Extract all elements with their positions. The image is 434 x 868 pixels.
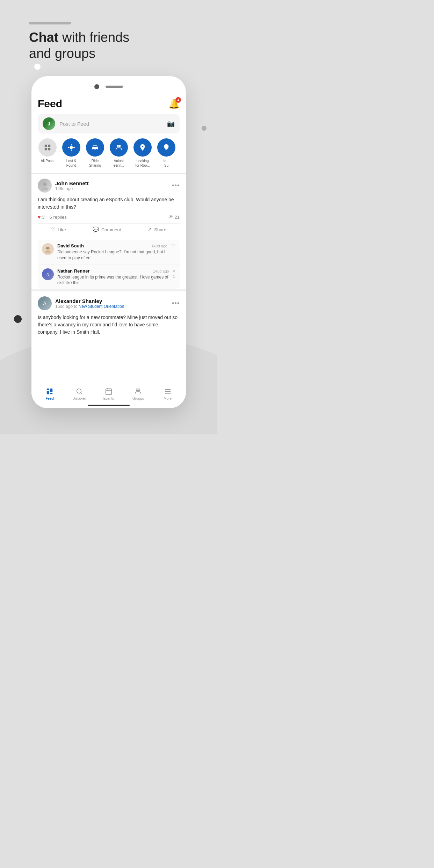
- svg-rect-22: [47, 391, 49, 394]
- comment-2: N Nathan Renner 143d ago Rocket league i…: [38, 265, 180, 290]
- like-button[interactable]: ♡ Like: [51, 226, 66, 233]
- bottom-navigation: Feed Discover Events Groups: [31, 383, 186, 408]
- roommate-label: Lookingfor Roo...: [135, 159, 150, 168]
- nathan-avatar: N: [42, 268, 54, 280]
- discover-nav-label: Discover: [72, 397, 86, 400]
- post-input-placeholder[interactable]: Post to Feed: [59, 121, 163, 127]
- lost-found-label: Lost &Found: [66, 159, 76, 168]
- nav-discover[interactable]: Discover: [71, 388, 88, 400]
- nav-events[interactable]: Events: [100, 388, 117, 400]
- post-1-likes: ♥ 3: [38, 214, 45, 220]
- category-ideas[interactable]: Id...Su: [157, 138, 176, 168]
- post-2-avatar: A: [38, 296, 52, 310]
- user-avatar: J: [43, 117, 55, 130]
- notification-badge: 4: [175, 97, 181, 103]
- comment-2-like-button[interactable]: ♥ 1: [173, 268, 175, 279]
- post-2-more-button[interactable]: •••: [172, 300, 180, 307]
- comment-icon: 💬: [93, 226, 99, 233]
- comment-1-text: Did someone say Rocket League?! I'm not …: [57, 249, 167, 261]
- comment-2-text: Rocket league in its prime was the great…: [57, 274, 169, 286]
- david-avatar-image: [42, 243, 54, 255]
- svg-rect-2: [45, 148, 47, 150]
- nav-feed[interactable]: Feed: [41, 388, 58, 400]
- feed-nav-icon: [46, 388, 53, 395]
- all-posts-icon: [38, 138, 57, 157]
- post-2-meta: Alexander Shanley 160d ago to New Studen…: [55, 298, 168, 309]
- like-icon: ♡: [51, 226, 56, 233]
- groups-nav-icon: [134, 388, 142, 395]
- decorative-bar: [29, 22, 71, 24]
- comment-1: David South 149d ago Did someone say Roc…: [38, 240, 180, 265]
- replies-text: 6 replies: [50, 215, 67, 220]
- post-1-stats: ♥ 3 6 replies 👁 21: [38, 214, 180, 220]
- comment-button[interactable]: 💬 Comment: [93, 226, 121, 233]
- main-heading: Chat with friends and groups: [29, 30, 129, 62]
- nav-groups[interactable]: Groups: [129, 388, 147, 400]
- david-avatar: [42, 243, 54, 255]
- svg-rect-20: [47, 389, 49, 390]
- groups-nav-label: Groups: [132, 397, 144, 400]
- ride-sharing-icon: [86, 138, 104, 157]
- comment-1-heart-icon: ♡: [171, 243, 175, 249]
- comment-2-header: Nathan Renner 143d ago: [57, 268, 169, 274]
- post-2-group-tag[interactable]: New Student Orientation: [79, 304, 124, 309]
- svg-point-12: [41, 187, 48, 190]
- svg-rect-5: [92, 147, 98, 149]
- share-button[interactable]: ↗ Share: [147, 226, 166, 233]
- post-1-more-button[interactable]: •••: [172, 182, 180, 189]
- nav-more[interactable]: More: [159, 388, 176, 400]
- post-to-feed-bar[interactable]: J Post to Feed 📷: [38, 114, 180, 133]
- svg-point-9: [119, 145, 121, 147]
- svg-rect-3: [48, 148, 50, 150]
- comment-2-heart-icon: ♥: [173, 268, 175, 274]
- feed-header: Feed 🔔 4: [38, 93, 180, 114]
- comment-2-body: Nathan Renner 143d ago Rocket league in …: [57, 268, 169, 286]
- home-indicator: [88, 405, 130, 406]
- ideas-icon: [157, 138, 175, 157]
- svg-rect-10: [165, 150, 167, 150]
- category-ride-sharing[interactable]: RideSharing: [85, 138, 105, 168]
- app-content: Feed 🔔 4 J Post to Feed 📷: [31, 93, 186, 408]
- heading-bold: Chat: [29, 30, 58, 45]
- camera-icon[interactable]: 📷: [167, 120, 175, 128]
- post-2-body: Is anybody looking for a new roommate? M…: [38, 314, 180, 336]
- decorative-dot-2: [202, 126, 207, 131]
- category-roommate[interactable]: Lookingfor Roo...: [133, 138, 152, 168]
- svg-point-31: [138, 389, 140, 391]
- volunteering-icon: [110, 138, 128, 157]
- post-1-header: John Bennett 149d ago •••: [38, 179, 180, 193]
- category-lost-found[interactable]: Lost &Found: [62, 138, 81, 168]
- avatar-image: J: [43, 117, 55, 130]
- svg-line-25: [81, 393, 82, 394]
- more-nav-label: More: [164, 397, 172, 400]
- svg-rect-21: [50, 389, 52, 392]
- alex-avatar-image: A: [38, 296, 52, 310]
- phone-mockup: Feed 🔔 4 J Post to Feed 📷: [31, 76, 186, 408]
- post-1-body: I am thinking about creating an eSports …: [38, 196, 180, 211]
- share-label: Share: [154, 227, 166, 232]
- post-1-replies[interactable]: 6 replies: [50, 215, 164, 220]
- post-1-meta: John Bennett 149d ago: [55, 180, 168, 191]
- feed-nav-label: Feed: [46, 397, 54, 400]
- eye-icon: 👁: [168, 214, 173, 220]
- comment-1-time: 149d ago: [151, 244, 167, 248]
- comment-1-body: David South 149d ago Did someone say Roc…: [57, 243, 167, 261]
- phone-speaker: [106, 86, 123, 88]
- notification-bell[interactable]: 🔔 4: [168, 99, 180, 109]
- comment-1-like-button[interactable]: ♡: [171, 243, 175, 249]
- category-list: All Posts Lost &Found: [38, 138, 180, 168]
- comment-2-author: Nathan Renner: [57, 268, 89, 274]
- post-2: A Alexander Shanley 160d ago to New Stud…: [38, 296, 180, 343]
- category-all-posts[interactable]: All Posts: [38, 138, 57, 168]
- heading-rest: with friends: [58, 30, 129, 45]
- roommate-icon: [133, 138, 152, 157]
- svg-point-6: [93, 149, 94, 150]
- comment-2-like-count: 1: [173, 275, 175, 279]
- share-icon: ↗: [147, 226, 152, 233]
- post-2-time: 160d ago to New Student Orientation: [55, 304, 168, 309]
- post-1: John Bennett 149d ago ••• I am thinking …: [38, 179, 180, 289]
- category-volunteering[interactable]: Volunteerin...: [109, 138, 129, 168]
- svg-point-11: [43, 182, 46, 186]
- events-nav-icon: [105, 388, 113, 395]
- comment-label: Comment: [101, 227, 121, 232]
